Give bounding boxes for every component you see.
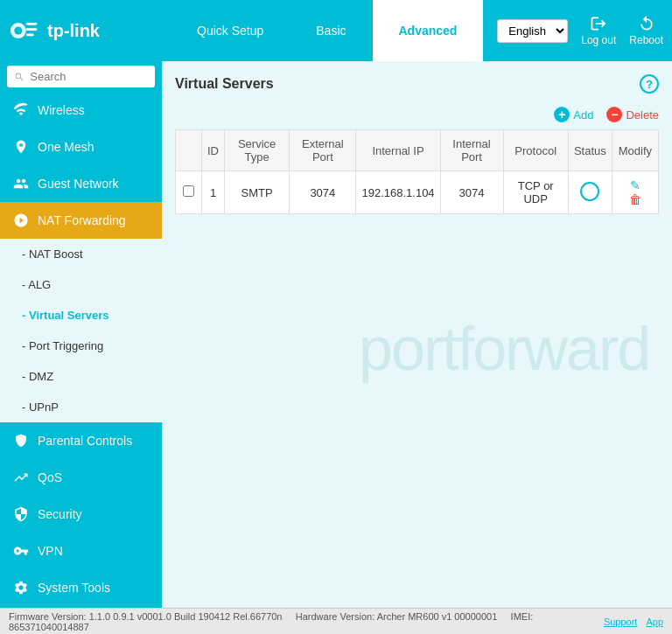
virtual-servers-table: ID Service Type External Port Internal I… <box>175 129 659 214</box>
sidebar-label-qos: QoS <box>38 470 62 484</box>
sidebar-label-security: Security <box>38 507 82 521</box>
tab-quick-setup[interactable]: Quick Setup <box>171 0 290 61</box>
add-label: Add <box>573 108 593 122</box>
sidebar-item-vpn[interactable]: VPN <box>0 533 162 569</box>
nav-right: English Log out Reboot <box>497 15 663 46</box>
sidebar-label-wireless: Wireless <box>38 103 85 117</box>
row-service-type: SMTP <box>225 171 290 214</box>
table-row: 1 SMTP 3074 192.168.1.104 3074 TCP or UD… <box>176 171 659 214</box>
row-delete-icon[interactable]: 🗑 <box>629 192 641 206</box>
reboot-label: Reboot <box>629 34 663 46</box>
vpn-icon <box>13 543 29 559</box>
sidebar-item-system-tools[interactable]: System Tools <box>0 569 162 606</box>
col-internal-ip: Internal IP <box>356 130 440 171</box>
sidebar-label-system-tools: System Tools <box>38 581 110 595</box>
sidebar-item-guest-network[interactable]: Guest Network <box>0 165 162 202</box>
col-id: ID <box>202 130 225 171</box>
sidebar-label-vpn: VPN <box>38 544 63 558</box>
col-service-type: Service Type <box>225 130 290 171</box>
row-status <box>568 171 612 214</box>
logo-text: tp-link <box>47 21 100 41</box>
content-header: Virtual Servers ? <box>175 74 659 94</box>
mesh-icon <box>13 139 29 155</box>
help-button[interactable]: ? <box>640 74 659 94</box>
sidebar-label-one-mesh: One Mesh <box>38 140 94 154</box>
col-status: Status <box>568 130 612 171</box>
content-area: Virtual Servers ? + Add − Delete ID Serv… <box>162 61 672 608</box>
submenu-upnp[interactable]: - UPnP <box>0 392 162 422</box>
sidebar-item-nat-forwarding[interactable]: NAT Forwarding <box>0 202 162 239</box>
tp-link-logo-icon <box>9 15 40 46</box>
footer-info: Firmware Version: 1.1.0 0.9.1 v0001.0 Bu… <box>9 611 604 632</box>
reboot-icon <box>638 15 655 32</box>
support-link[interactable]: Support <box>604 617 638 627</box>
col-internal-port: Internal Port <box>440 130 503 171</box>
delete-circle-icon: − <box>606 107 622 122</box>
sidebar: Wireless One Mesh Guest Network NAT Forw… <box>0 61 162 608</box>
submenu-virtual-servers[interactable]: - Virtual Servers <box>0 300 162 331</box>
header: tp-link Quick Setup Basic Advanced Engli… <box>0 0 672 61</box>
row-modify: ✎ 🗑 <box>612 171 658 214</box>
row-checkbox[interactable] <box>183 185 194 197</box>
row-internal-ip: 192.168.1.104 <box>356 171 440 214</box>
delete-button[interactable]: − Delete <box>606 107 659 122</box>
nav-tabs: Quick Setup Basic Advanced <box>171 0 497 61</box>
system-icon <box>13 580 29 596</box>
col-protocol: Protocol <box>503 130 568 171</box>
footer-links: Support App <box>604 617 663 627</box>
row-id: 1 <box>202 171 225 214</box>
row-internal-port: 3074 <box>440 171 503 214</box>
edit-icon[interactable]: ✎ <box>630 178 640 192</box>
hardware-version: Hardware Version: Archer MR600 v1 000000… <box>296 611 498 622</box>
svg-rect-2 <box>26 23 38 25</box>
nat-icon <box>13 212 29 228</box>
footer: Firmware Version: 1.1.0 0.9.1 v0001.0 Bu… <box>0 608 672 634</box>
row-external-port: 3074 <box>290 171 356 214</box>
add-button[interactable]: + Add <box>554 107 593 122</box>
svg-rect-4 <box>26 34 34 37</box>
watermark: portforward <box>359 314 649 384</box>
main-layout: Wireless One Mesh Guest Network NAT Forw… <box>0 61 672 608</box>
sidebar-item-security[interactable]: Security <box>0 496 162 533</box>
guest-icon <box>13 176 29 192</box>
security-icon <box>13 506 29 522</box>
wireless-icon <box>13 102 29 118</box>
qos-icon <box>13 470 29 485</box>
sidebar-label-guest-network: Guest Network <box>38 177 119 191</box>
tab-basic[interactable]: Basic <box>290 0 372 61</box>
page-title: Virtual Servers <box>175 76 274 92</box>
row-checkbox-cell <box>176 171 202 214</box>
sidebar-item-qos[interactable]: QoS <box>0 459 162 496</box>
sidebar-item-parental-controls[interactable]: Parental Controls <box>0 422 162 459</box>
sidebar-label-nat-forwarding: NAT Forwarding <box>38 213 126 227</box>
search-input[interactable] <box>30 70 148 83</box>
nat-submenu: - NAT Boost - ALG - Virtual Servers - Po… <box>0 239 162 422</box>
search-icon <box>14 71 24 83</box>
tab-advanced[interactable]: Advanced <box>373 0 484 61</box>
submenu-dmz[interactable]: - DMZ <box>0 361 162 392</box>
col-modify: Modify <box>612 130 658 171</box>
search-box[interactable] <box>7 66 155 87</box>
svg-rect-3 <box>26 28 38 31</box>
sidebar-item-wireless[interactable]: Wireless <box>0 92 162 129</box>
svg-point-1 <box>14 27 22 35</box>
submenu-nat-boost[interactable]: - NAT Boost <box>0 239 162 269</box>
sidebar-label-parental-controls: Parental Controls <box>38 434 132 448</box>
firmware-version: Firmware Version: 1.1.0 0.9.1 v0001.0 Bu… <box>9 611 282 622</box>
sidebar-item-one-mesh[interactable]: One Mesh <box>0 129 162 165</box>
logout-icon <box>590 15 607 32</box>
status-toggle[interactable] <box>580 182 599 201</box>
submenu-port-triggering[interactable]: - Port Triggering <box>0 331 162 361</box>
delete-label: Delete <box>626 108 659 122</box>
row-protocol: TCP or UDP <box>503 171 568 214</box>
submenu-alg[interactable]: - ALG <box>0 269 162 300</box>
logo-area: tp-link <box>9 15 171 46</box>
logout-button[interactable]: Log out <box>581 15 616 46</box>
table-actions: + Add − Delete <box>175 107 659 122</box>
parental-icon <box>13 433 29 449</box>
app-link[interactable]: App <box>646 617 663 627</box>
add-circle-icon: + <box>554 107 570 122</box>
col-external-port: External Port <box>290 130 356 171</box>
language-select[interactable]: English <box>497 19 568 43</box>
reboot-button[interactable]: Reboot <box>629 15 663 46</box>
